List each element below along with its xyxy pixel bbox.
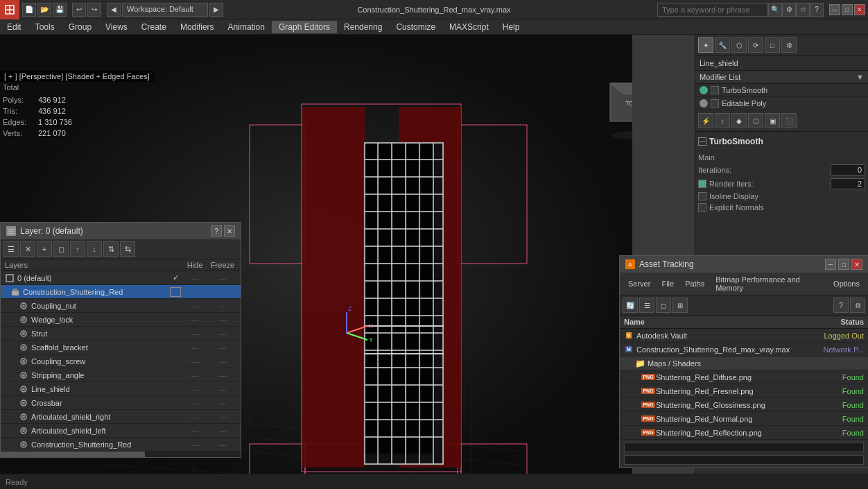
menu-views[interactable]: Views: [98, 21, 134, 33]
menu-group[interactable]: Group: [62, 21, 98, 33]
sub-icon-6[interactable]: ⬛: [781, 113, 797, 128]
help-btn[interactable]: ?: [810, 3, 824, 17]
layer-down-btn[interactable]: ↓: [87, 241, 102, 257]
aw-menu-file[interactable]: File: [656, 278, 679, 289]
aw-tool-1[interactable]: 🔄: [623, 298, 638, 313]
ts-isoline-checkbox[interactable]: [698, 192, 706, 200]
aw-item-vault[interactable]: V Autodesk Vault Logged Out: [620, 329, 868, 343]
close-btn[interactable]: ✕: [854, 4, 865, 15]
search-btn[interactable]: 🔍: [768, 3, 782, 17]
sub-icon-2[interactable]: ↕: [715, 113, 730, 128]
layer-item-construction[interactable]: Construction_Shuttering_Red — —: [1, 285, 241, 299]
layer-checkbox-construction[interactable]: [170, 287, 181, 297]
aw-tool-4[interactable]: ⊞: [672, 298, 688, 313]
menu-graph-editors[interactable]: Graph Editors: [272, 21, 337, 33]
menu-rendering[interactable]: Rendering: [337, 21, 389, 33]
layer-item-coupling-nut[interactable]: Coupling_nut — —: [1, 299, 241, 313]
new-btn[interactable]: 📄: [22, 3, 36, 17]
sub-icon-3[interactable]: ◆: [731, 113, 747, 128]
layer-item-articulated-left[interactable]: Articulated_shield_left — —: [1, 424, 241, 438]
aw-tool-3[interactable]: ◻: [656, 298, 671, 313]
layer-all-icon[interactable]: ☰: [3, 241, 19, 257]
minimize-btn[interactable]: ─: [829, 4, 840, 15]
aw-menu-server[interactable]: Server: [623, 278, 656, 289]
layer-item-scaffold-bracket[interactable]: Scaffold_bracket — —: [1, 341, 241, 354]
layer-up-btn[interactable]: ↑: [70, 241, 85, 257]
layer-select-btn[interactable]: ◻: [53, 241, 69, 257]
aw-tool-help[interactable]: ?: [833, 298, 849, 313]
search-filter-btn[interactable]: ☆: [796, 3, 810, 17]
ts-explicit-checkbox[interactable]: [698, 203, 706, 212]
modifier-checkbox-turbosmooth[interactable]: [711, 86, 719, 94]
asset-minimize-btn[interactable]: ─: [825, 259, 836, 270]
modifier-checkbox-editablepoly[interactable]: [711, 99, 719, 108]
layer-item-default[interactable]: 0 (default) ✓ — —: [1, 271, 241, 285]
redo-btn[interactable]: ↪: [87, 3, 101, 17]
layer-merge-btn[interactable]: ⇅: [103, 241, 119, 257]
layer-scrollbar[interactable]: [1, 452, 241, 457]
layer-item-crossbar[interactable]: Crossbar — —: [1, 396, 241, 410]
next-scene-btn[interactable]: ▶: [209, 3, 223, 17]
menu-edit[interactable]: Edit: [0, 21, 28, 33]
sub-icon-5[interactable]: ▣: [765, 113, 780, 128]
aw-tool-2[interactable]: ☰: [639, 298, 654, 313]
layer-hide-construction-red: —: [181, 440, 209, 449]
aw-menu-bitmap[interactable]: Bitmap Performance and Memory: [710, 274, 828, 293]
turbosmooth-toggle[interactable]: —: [698, 137, 706, 146]
prev-scene-btn[interactable]: ◀: [107, 3, 121, 17]
modifier-turbosmooth[interactable]: TurboSmooth: [695, 84, 868, 97]
layer-close-btn[interactable]: ✕: [224, 225, 235, 237]
aw-item-diffuse[interactable]: PNG Shuttering_Red_Diffuse.png Found: [620, 370, 868, 384]
aw-menu-paths[interactable]: Paths: [679, 278, 710, 289]
layer-help-btn[interactable]: ?: [211, 225, 222, 237]
aw-item-fresnel[interactable]: PNG Shuttering_Red_Fresnel.png Found: [620, 384, 868, 398]
modifier-editablepoly[interactable]: Editable Poly: [695, 97, 868, 110]
modify-icon[interactable]: 🔧: [715, 37, 730, 53]
maximize-btn[interactable]: □: [842, 4, 853, 15]
display-icon[interactable]: □: [765, 37, 780, 53]
workspace-dropdown[interactable]: Workspace: Default: [122, 3, 208, 17]
layer-add-btn[interactable]: +: [37, 241, 52, 257]
layer-item-construction-red[interactable]: Construction_Shuttering_Red — —: [1, 438, 241, 452]
asset-close-btn[interactable]: ✕: [851, 259, 862, 270]
sub-icon-1[interactable]: ⚡: [698, 113, 713, 128]
svg-rect-79: [393, 247, 405, 263]
ts-render-iters-checkbox[interactable]: [698, 180, 706, 188]
search-input[interactable]: [657, 3, 768, 17]
modifier-list-dropdown[interactable]: ▼: [856, 73, 864, 81]
layer-split-btn[interactable]: ⇆: [120, 241, 135, 257]
aw-item-reflection[interactable]: PNG Shuttering_Red_Reflection.png Found: [620, 426, 868, 440]
sub-icon-4[interactable]: ⬡: [748, 113, 763, 128]
menu-tools[interactable]: Tools: [28, 21, 62, 33]
ts-render-iters-input[interactable]: [831, 178, 865, 189]
hierarchy-icon[interactable]: ⬡: [731, 37, 747, 53]
undo-btn[interactable]: ↩: [72, 3, 86, 17]
aw-item-max-file[interactable]: M Construction_Shuttering_Red_max_vray.m…: [620, 343, 868, 357]
layer-item-wedge-lock[interactable]: Wedge_lock — —: [1, 313, 241, 327]
layer-item-stripping-angle[interactable]: Stripping_angle — —: [1, 368, 241, 382]
ts-iterations-input[interactable]: [831, 164, 865, 175]
layer-item-articulated-right[interactable]: Articulated_shield_right — —: [1, 410, 241, 424]
utilities-icon[interactable]: ⚙: [781, 37, 797, 53]
layer-item-coupling-screw[interactable]: Coupling_screw — —: [1, 354, 241, 368]
layer-item-strut[interactable]: Strut — —: [1, 327, 241, 341]
menu-modifiers[interactable]: Modifiers: [173, 21, 221, 33]
aw-item-glossiness[interactable]: PNG Shuttering_Red_Glossiness.png Found: [620, 398, 868, 412]
aw-tool-settings[interactable]: ⚙: [850, 298, 865, 313]
aw-item-maps-folder[interactable]: 📁 Maps / Shaders: [620, 357, 868, 370]
menu-help[interactable]: Help: [496, 21, 527, 33]
create-icon[interactable]: ✦: [698, 37, 713, 53]
search-settings-btn[interactable]: ⚙: [782, 3, 796, 17]
menu-animation[interactable]: Animation: [221, 21, 272, 33]
aw-item-normal[interactable]: PNG Shuttering_Red_Normal.png Found: [620, 412, 868, 426]
motion-icon[interactable]: ⟳: [748, 37, 763, 53]
menu-maxscript[interactable]: MAXScript: [442, 21, 496, 33]
save-btn[interactable]: 💾: [53, 3, 67, 17]
layer-item-line-shield[interactable]: Line_shield — —: [1, 382, 241, 396]
menu-customize[interactable]: Customize: [389, 21, 442, 33]
menu-create[interactable]: Create: [134, 21, 173, 33]
asset-maximize-btn[interactable]: □: [838, 259, 849, 270]
layer-delete-btn[interactable]: ✕: [20, 241, 35, 257]
aw-menu-options[interactable]: Options: [828, 278, 865, 289]
open-btn[interactable]: 📂: [37, 3, 51, 17]
